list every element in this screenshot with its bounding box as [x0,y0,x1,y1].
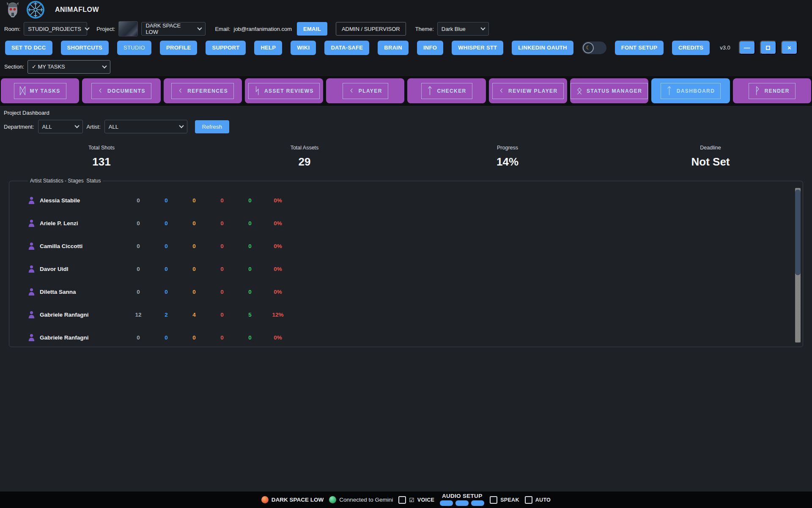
artist-select[interactable]: ALL [104,120,187,133]
stage-count: 0 [152,197,180,204]
stat-deadline: Deadline Not Set [609,145,812,168]
audio-setup-button-3[interactable] [471,500,484,506]
stage-count: 0 [236,334,264,341]
filter-controls: Department: ALL Artist: ALL Refresh [0,120,812,133]
maximize-icon [766,46,770,50]
stats-row: Total Shots 131 Total Assets 29 Progress… [0,145,812,168]
stage-count: 0 [208,289,236,295]
auto-checkbox[interactable] [525,496,532,504]
chevron-down-icon [198,25,202,30]
support-button[interactable]: SUPPORT [206,41,246,55]
stage-count: 0% [264,243,292,249]
tab-references[interactable]: ᚲREFERENCES [164,78,242,103]
stage-count: 0 [180,289,208,295]
minimize-button[interactable]: — [739,41,755,55]
chevron-down-icon [74,123,79,128]
stage-count: 0 [208,197,236,204]
stage-count: 0 [236,220,264,226]
stat-total-shots: Total Shots 131 [0,145,203,168]
tab-player[interactable]: ᚲPLAYER [326,78,404,103]
vertical-scrollbar[interactable] [795,188,801,342]
stage-count: 2 [152,312,180,318]
auto-label: AUTO [535,497,551,503]
tab-checker[interactable]: ᛏCHECKER [407,78,486,103]
artist-name: Gabriele Ranfagni [40,334,124,341]
role-badge: ADMIN / SUPERVISOR [336,22,406,36]
whisper-stt-button[interactable]: WHISPER STT [452,41,503,55]
font-setup-button[interactable]: FONT SETUP [615,41,664,55]
stage-count: 0% [264,220,292,226]
shortcuts-button[interactable]: SHORTCUTS [61,41,109,55]
chevron-down-icon [102,64,107,68]
stage-count: 0 [152,243,180,249]
window-controls: — × [739,41,798,55]
audio-setup-button-2[interactable] [455,500,469,506]
tab-dashboard[interactable]: ᛏDASHBOARD [651,78,730,103]
tab-documents[interactable]: ᚲDOCUMENTS [82,78,160,103]
set-to-dcc-button[interactable]: SET TO DCC [5,41,52,55]
section-select[interactable]: ✓ MY TASKS [27,60,110,74]
project-label: Project: [96,26,115,32]
status-bar: DARK SPACE LOW Connected to Gemini ☑ VOI… [0,491,812,508]
scrollbar-thumb[interactable] [795,190,801,275]
email-label: Email: [215,26,230,32]
info-button[interactable]: INFO [417,41,443,55]
stage-count: 12 [124,312,152,318]
tab-status-manager[interactable]: ᛟSTATUS MANAGER [570,78,648,103]
stage-count: 0 [236,289,264,295]
room-select[interactable]: STUDIO_PROJECTS [24,22,87,36]
toggle-knob: ☾ [583,42,594,53]
brain-button[interactable]: BRAIN [378,41,409,55]
tab-my-tasks[interactable]: ᛞMY TASKS [1,78,79,103]
rune-kenaz-icon: ᚲ [177,86,183,96]
close-button[interactable]: × [781,41,798,55]
stage-count: 0 [124,220,152,226]
stage-count: 4 [180,312,208,318]
help-button[interactable]: HELP [254,41,282,55]
stage-count: 0 [152,220,180,226]
theme-select[interactable]: Dark Blue [437,22,489,36]
tab-render[interactable]: ᚹRENDER [733,78,811,103]
stage-count: 0% [264,197,292,204]
table-row: Ariele P. Lenzi000000% [28,212,803,235]
maximize-button[interactable] [760,41,776,55]
artist-name: Davor Uidl [40,266,124,272]
checked-box-icon: ☑ [409,497,414,503]
artist-name: Camilla Ciccotti [40,243,124,249]
page-title: Project Dashboard [0,110,812,116]
voice-checkbox[interactable] [398,496,406,504]
tab-review-player[interactable]: ᚲREVIEW PLAYER [489,78,567,103]
speak-checkbox[interactable] [490,496,497,504]
stage-count: 0 [152,266,180,272]
chevron-down-icon [480,25,485,30]
connection-status-dot [329,496,336,503]
stage-count: 12% [264,312,292,318]
stage-count: 0% [264,266,292,272]
person-icon [28,196,35,204]
artist-name: Alessia Stabile [40,197,124,204]
tab-asset-reviews[interactable]: ᛋASSET REVIEWS [245,78,323,103]
wiki-button[interactable]: WIKI [291,41,316,55]
dashboard-panel: Project Dashboard Department: ALL Artist… [0,106,812,491]
linkedin-oauth-button[interactable]: LINKEDIN OAUTH [512,41,573,55]
project-select[interactable]: DARK SPACE LOW [141,22,206,36]
data-safe-button[interactable]: DATA-SAFE [324,41,369,55]
audio-setup-button-1[interactable] [440,500,453,506]
table-row: Gabriele Ranfagni12240512% [28,303,803,326]
department-select[interactable]: ALL [38,120,83,133]
titlebar: ANIMAFLOW [0,0,812,19]
audio-setup: AUDIO SETUP [440,493,484,506]
chevron-down-icon [179,123,184,128]
refresh-button[interactable]: Refresh [195,120,230,133]
dark-mode-toggle[interactable]: ☾ [582,41,606,54]
profile-button[interactable]: PROFILE [160,41,197,55]
stage-count: 0 [208,334,236,341]
studio-button[interactable]: STUDIO [117,41,151,55]
artist-statistics-group: Artist Statistics - Stages Status Alessi… [9,178,803,347]
email-button[interactable]: EMAIL [297,22,327,36]
credits-button[interactable]: CREDITS [672,41,710,55]
stage-count: 0 [236,243,264,249]
person-icon [28,334,35,341]
room-label: Room: [4,26,20,32]
person-icon [28,265,35,273]
